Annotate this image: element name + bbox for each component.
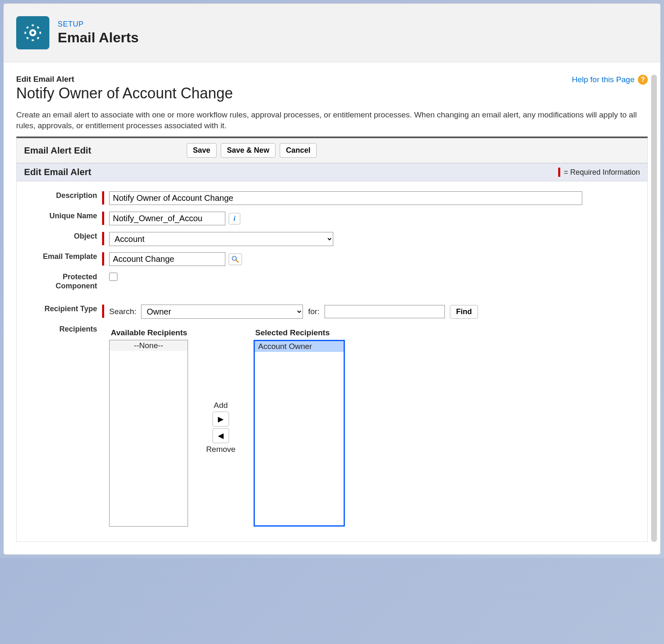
- remove-button[interactable]: ◀: [212, 428, 229, 443]
- intro-text: Create an email alert to associate with …: [16, 110, 648, 131]
- email-template-label: Email Template: [29, 250, 100, 270]
- protected-checkbox[interactable]: [109, 273, 117, 281]
- gear-icon: [16, 16, 49, 49]
- required-legend: = Required Information: [558, 168, 640, 177]
- form-toolbar-title: Email Alert Edit: [24, 145, 91, 156]
- required-bar-icon: [102, 212, 104, 225]
- help-icon: ?: [638, 75, 648, 85]
- help-link[interactable]: Help for this Page ?: [572, 75, 648, 85]
- save-button[interactable]: Save: [187, 143, 217, 158]
- scrollbar[interactable]: [651, 75, 657, 542]
- recipient-search-input[interactable]: [325, 305, 445, 318]
- page-header-title: Email Alerts: [58, 29, 139, 46]
- required-bar-icon: [102, 252, 104, 266]
- protected-label: Protected Component: [29, 270, 100, 293]
- description-label: Description: [29, 189, 100, 209]
- object-select[interactable]: Account: [109, 232, 333, 246]
- recipient-type-label: Recipient Type: [29, 302, 100, 322]
- recipients-label: Recipients: [29, 322, 100, 529]
- add-label: Add: [214, 401, 228, 410]
- object-label: Object: [29, 229, 100, 250]
- available-recipients-title: Available Recipients: [109, 328, 188, 337]
- lookup-icon[interactable]: [229, 254, 242, 265]
- svg-point-0: [30, 30, 35, 35]
- email-template-input[interactable]: [109, 252, 225, 266]
- unique-name-input[interactable]: [109, 212, 225, 225]
- setup-header: SETUP Email Alerts: [4, 4, 660, 62]
- chevron-left-icon: ◀: [218, 431, 224, 440]
- required-bar-icon: [102, 305, 104, 318]
- list-item[interactable]: --None--: [110, 340, 188, 351]
- selected-recipients-title: Selected Recipients: [254, 328, 345, 337]
- svg-line-2: [236, 260, 238, 262]
- unique-name-label: Unique Name: [29, 209, 100, 229]
- description-input[interactable]: [109, 191, 582, 205]
- list-item[interactable]: Account Owner: [255, 341, 344, 352]
- search-label: Search:: [109, 307, 136, 316]
- edit-label: Edit Email Alert: [16, 75, 648, 84]
- recipient-type-select[interactable]: Owner: [141, 305, 303, 319]
- find-button[interactable]: Find: [450, 305, 478, 319]
- page-title: Notify Owner of Account Change: [16, 85, 648, 102]
- help-link-label: Help for this Page: [572, 75, 635, 84]
- add-button[interactable]: ▶: [212, 412, 229, 427]
- save-new-button[interactable]: Save & New: [221, 143, 276, 158]
- section-title: Edit Email Alert: [24, 167, 91, 178]
- required-bar-icon: [102, 191, 104, 205]
- breadcrumb: SETUP: [58, 20, 139, 29]
- info-icon[interactable]: i: [229, 213, 240, 224]
- remove-label: Remove: [206, 445, 236, 454]
- available-recipients-list[interactable]: --None--: [109, 340, 188, 527]
- for-label: for:: [308, 307, 319, 316]
- required-bar-icon: [558, 168, 560, 177]
- cancel-button[interactable]: Cancel: [280, 143, 317, 158]
- selected-recipients-list[interactable]: Account Owner: [254, 340, 345, 527]
- required-bar-icon: [102, 232, 104, 245]
- chevron-right-icon: ▶: [218, 415, 224, 424]
